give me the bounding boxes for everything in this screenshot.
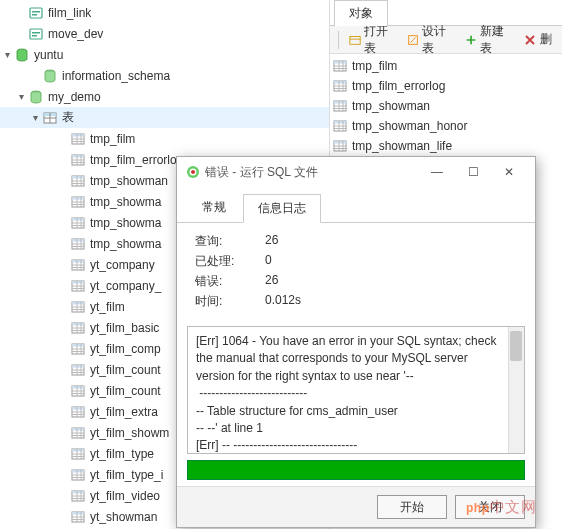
table-icon: [332, 78, 348, 94]
expand-icon[interactable]: [28, 111, 42, 125]
list-label: tmp_film: [352, 59, 397, 73]
expand-icon[interactable]: [14, 90, 28, 104]
tbl-icon: [70, 383, 86, 399]
tbl-icon: [70, 341, 86, 357]
db-icon: [14, 47, 30, 63]
delete-table-button[interactable]: 删: [519, 29, 556, 50]
dialog-titlebar[interactable]: 错误 - 运行 SQL 文件 — ☐ ✕: [177, 157, 535, 187]
tbl-icon: [70, 173, 86, 189]
tbl-icon: [70, 236, 86, 252]
link-icon: [28, 26, 44, 42]
tree-label: tmp_showma: [90, 237, 161, 251]
tree-label: 表: [62, 109, 74, 126]
tree-label: yt_film_type_i: [90, 468, 163, 482]
tbl-icon: [70, 299, 86, 315]
log-scrollbar[interactable]: [508, 327, 524, 453]
tree-label: yt_film: [90, 300, 125, 314]
message-log[interactable]: [Err] 1064 - You have an error in your S…: [187, 326, 525, 454]
scrollbar-thumb[interactable]: [510, 331, 522, 361]
tbl-icon: [70, 509, 86, 525]
list-label: tmp_showman_life: [352, 139, 452, 153]
processed-label: 已处理:: [195, 253, 265, 270]
tbl-icon: [70, 215, 86, 231]
tab-objects[interactable]: 对象: [334, 0, 388, 26]
close-window-button[interactable]: ✕: [491, 160, 527, 184]
tab-general[interactable]: 常规: [187, 193, 241, 222]
list-item[interactable]: tmp_showman_life: [332, 136, 560, 156]
tbl-icon: [70, 446, 86, 462]
tree-label: yt_film_showm: [90, 426, 169, 440]
design-table-button[interactable]: 设计表: [403, 21, 457, 59]
tree-label: information_schema: [62, 69, 170, 83]
tree-label: yt_film_count: [90, 384, 161, 398]
dbg-icon: [28, 89, 44, 105]
start-button[interactable]: 开始: [377, 495, 447, 519]
tree-label: yt_film_video: [90, 489, 160, 503]
tbl-icon: [70, 152, 86, 168]
tree-label: tmp_showma: [90, 216, 161, 230]
tbl-icon: [70, 362, 86, 378]
tree-label: yt_film_extra: [90, 405, 158, 419]
close-button[interactable]: 关闭: [455, 495, 525, 519]
queries-value: 26: [265, 233, 517, 250]
tree-item[interactable]: yuntu: [0, 44, 329, 65]
tree-label: yt_company_: [90, 279, 161, 293]
dialog-title: 错误 - 运行 SQL 文件: [205, 164, 419, 181]
toolbar: 打开表 设计表 新建表 删: [330, 26, 562, 54]
open-table-button[interactable]: 打开表: [345, 21, 399, 59]
list-item[interactable]: tmp_showman_honor: [332, 116, 560, 136]
message-text: [Err] 1064 - You have an error in your S…: [196, 333, 516, 454]
dialog-icon: [185, 164, 201, 180]
tree-label: yt_film_comp: [90, 342, 161, 356]
stats-panel: 查询:26 已处理:0 错误:26 时间:0.012s: [177, 223, 535, 320]
list-label: tmp_film_errorlog: [352, 79, 445, 93]
tree-label: yt_film_count: [90, 363, 161, 377]
tree-label: my_demo: [48, 90, 101, 104]
tree-label: tmp_film_errorlog: [90, 153, 183, 167]
tree-label: move_dev: [48, 27, 103, 41]
table-icon: [332, 58, 348, 74]
table-icon: [332, 118, 348, 134]
tables-icon: [42, 110, 58, 126]
tree-item[interactable]: information_schema: [0, 65, 329, 86]
tree-item[interactable]: my_demo: [0, 86, 329, 107]
tree-label: tmp_film: [90, 132, 135, 146]
time-label: 时间:: [195, 293, 265, 310]
tree-item[interactable]: move_dev: [0, 23, 329, 44]
tree-label: yt_film_type: [90, 447, 154, 461]
tbl-icon: [70, 131, 86, 147]
table-icon: [332, 98, 348, 114]
errors-value: 26: [265, 273, 517, 290]
tree-label: yt_showman: [90, 510, 157, 524]
tree-label: tmp_showma: [90, 195, 161, 209]
dbg-icon: [42, 68, 58, 84]
expand-icon[interactable]: [0, 48, 14, 62]
tbl-icon: [70, 278, 86, 294]
tree-label: tmp_showman: [90, 174, 168, 188]
progress-bar: [187, 460, 525, 480]
list-item[interactable]: tmp_film: [332, 56, 560, 76]
tbl-icon: [70, 467, 86, 483]
tree-label: yt_film_basic: [90, 321, 159, 335]
error-dialog: 错误 - 运行 SQL 文件 — ☐ ✕ 常规 信息日志 查询:26 已处理:0…: [176, 156, 536, 528]
list-item[interactable]: tmp_film_errorlog: [332, 76, 560, 96]
queries-label: 查询:: [195, 233, 265, 250]
tree-item[interactable]: 表: [0, 107, 329, 128]
tree-label: yuntu: [34, 48, 63, 62]
tree-item[interactable]: tmp_film: [0, 128, 329, 149]
minimize-button[interactable]: —: [419, 160, 455, 184]
tbl-icon: [70, 404, 86, 420]
tab-log[interactable]: 信息日志: [243, 194, 321, 223]
maximize-button[interactable]: ☐: [455, 160, 491, 184]
list-item[interactable]: tmp_showman: [332, 96, 560, 116]
tree-item[interactable]: film_link: [0, 2, 329, 23]
tbl-icon: [70, 194, 86, 210]
tree-label: film_link: [48, 6, 91, 20]
table-icon: [332, 138, 348, 154]
processed-value: 0: [265, 253, 517, 270]
list-label: tmp_showman: [352, 99, 430, 113]
time-value: 0.012s: [265, 293, 517, 310]
tbl-icon: [70, 425, 86, 441]
new-table-button[interactable]: 新建表: [461, 21, 515, 59]
tree-label: yt_company: [90, 258, 155, 272]
